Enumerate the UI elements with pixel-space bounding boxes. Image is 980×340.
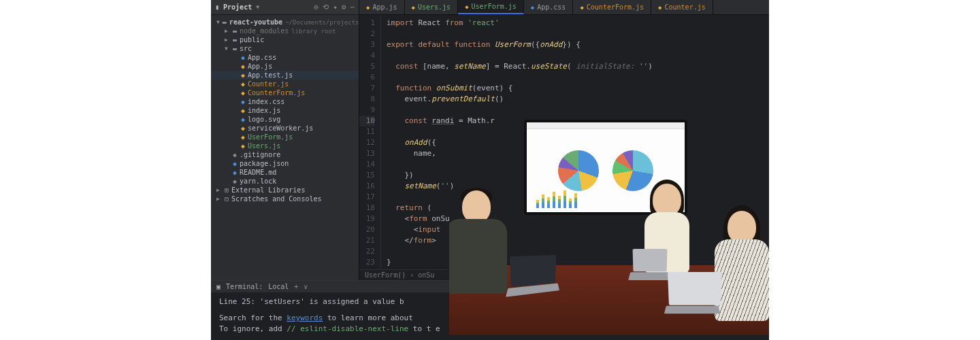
project-sidebar: ▮ Project ▼ ⊖ ⟲ ✦ ⚙ − ▼ ▬ react-youtube … [211, 0, 359, 280]
folder-icon: ▬ [233, 45, 237, 52]
css-icon: ◆ [531, 4, 534, 11]
tree-item-app-css[interactable]: ◆App.css [211, 53, 359, 62]
js-icon: ◆ [241, 63, 245, 70]
js-icon: ◆ [465, 3, 468, 10]
file-label: App.css [248, 54, 276, 61]
arrow-icon: ▶ [216, 187, 222, 193]
terminal-tab[interactable]: Local [268, 283, 289, 290]
tab-counterform-js[interactable]: ◆CounterForm.js [573, 0, 651, 14]
editor-tabs: ◆App.js◆Users.js◆UserForm.js◆App.css◆Cou… [359, 0, 769, 15]
tree-item-package-json[interactable]: ◆package.json [211, 159, 359, 168]
js-icon: ◆ [412, 4, 415, 11]
tab-users-js[interactable]: ◆Users.js [405, 0, 459, 14]
file-label: UserForm.js [248, 133, 293, 141]
star-icon[interactable]: ✦ [333, 3, 338, 12]
js-icon: ◆ [580, 4, 583, 11]
js-icon: ◆ [241, 107, 245, 114]
file-label: public [240, 36, 264, 44]
pie-chart-left [558, 150, 599, 191]
tree-item-external-libraries[interactable]: ▶⊞External Libraries [211, 186, 359, 194]
ide-window: ▮ Project ▼ ⊖ ⟲ ✦ ⚙ − ▼ ▬ react-youtube … [211, 0, 769, 340]
arrow-icon: ▶ [225, 28, 230, 34]
laptop-right [668, 272, 722, 305]
tree-item-index-js[interactable]: ◆index.js [211, 106, 359, 115]
file-label: package.json [240, 160, 289, 167]
file-label: App.js [248, 63, 272, 70]
collapse-icon[interactable]: ⊖ [314, 3, 319, 12]
terminal-title: Terminal: [226, 283, 263, 290]
tree-item-counter-js[interactable]: ◆Counter.js [211, 80, 359, 88]
terminal-icon: ▣ [216, 283, 220, 290]
file-label: index.css [248, 98, 284, 105]
add-tab-icon[interactable]: + [294, 283, 298, 290]
tab-counter-js[interactable]: ◆Counter.js [651, 0, 713, 14]
tree-item-readme-md[interactable]: ◆README.md [211, 168, 359, 177]
project-tree: ▼ ▬ react-youtube ~/Documents/projects/r… [211, 15, 359, 206]
js-icon: ◆ [241, 80, 245, 88]
css-icon: ◆ [241, 54, 245, 61]
folder-icon: ▬ [233, 27, 237, 35]
js-icon: ◆ [241, 124, 245, 132]
tree-item-serviceworker-js[interactable]: ◆serviceWorker.js [211, 124, 359, 133]
grey-icon: ◆ [233, 177, 237, 185]
photo-overlay [449, 116, 769, 340]
js-icon: ◆ [241, 71, 245, 79]
lib-icon: ⊞ [225, 186, 229, 194]
tree-item-src[interactable]: ▼▬src [211, 44, 359, 53]
js-icon: ◆ [241, 89, 245, 97]
minimize-icon[interactable]: − [350, 3, 355, 12]
file-label: Scratches and Consoles [231, 195, 321, 203]
tree-item-node-modules[interactable]: ▶▬node_modules library root [211, 27, 359, 35]
chevron-down-icon: ▼ [216, 19, 220, 25]
tree-item-app-test-js[interactable]: ◆App.test.js [211, 71, 359, 80]
file-icon: ◆ [233, 160, 237, 167]
file-icon: ◆ [233, 169, 237, 176]
scratch-icon: ⊟ [225, 195, 229, 203]
folder-icon: ▬ [223, 18, 227, 26]
tree-item-logo-svg[interactable]: ◆logo.svg [211, 115, 359, 124]
tree-root[interactable]: ▼ ▬ react-youtube ~/Documents/projects/r… [211, 18, 359, 27]
file-label: serviceWorker.js [248, 124, 313, 132]
tree-item-public[interactable]: ▶▬public [211, 35, 359, 44]
laptop-back [633, 249, 668, 271]
tree-item-counterform-js[interactable]: ◆CounterForm.js [211, 88, 359, 97]
tree-item-scratches-and-consoles[interactable]: ▶⊟Scratches and Consoles [211, 194, 359, 203]
tab-app-css[interactable]: ◆App.css [524, 0, 574, 14]
keywords-link[interactable]: keywords [287, 313, 323, 322]
file-label: Counter.js [248, 80, 289, 88]
file-label: index.js [248, 107, 280, 114]
tree-item-yarn-lock[interactable]: ◆yarn.lock [211, 177, 359, 186]
folder-icon: ▬ [233, 36, 237, 44]
dropdown-icon[interactable]: ∨ [304, 283, 308, 290]
tab-app-js[interactable]: ◆App.js [359, 0, 405, 14]
tree-item-users-js[interactable]: ◆Users.js [211, 141, 359, 150]
file-label: README.md [240, 169, 276, 176]
file-icon: ◆ [241, 116, 245, 123]
file-label: External Libraries [231, 186, 305, 194]
arrow-icon: ▶ [216, 196, 222, 202]
project-tool-header[interactable]: ▮ Project ▼ ⊖ ⟲ ✦ ⚙ − [211, 0, 359, 15]
person-left [449, 190, 504, 299]
file-label: node_modules [240, 27, 289, 35]
css-icon: ◆ [241, 98, 245, 105]
tree-item-app-js[interactable]: ◆App.js [211, 62, 359, 71]
file-label: Users.js [248, 142, 280, 150]
tree-item--gitignore[interactable]: ◆.gitignore [211, 150, 359, 159]
person-right [715, 211, 769, 320]
grey-icon: ◆ [233, 151, 237, 158]
js-icon: ◆ [658, 4, 662, 11]
folder-icon: ▮ [215, 3, 219, 11]
tab-userform-js[interactable]: ◆UserForm.js [458, 0, 524, 14]
js-icon: ◆ [241, 142, 245, 150]
tree-item-index-css[interactable]: ◆index.css [211, 97, 359, 106]
tree-item-userform-js[interactable]: ◆UserForm.js [211, 133, 359, 141]
gear-icon[interactable]: ⚙ [342, 3, 346, 12]
file-label: App.test.js [248, 71, 293, 79]
reload-icon[interactable]: ⟲ [323, 3, 329, 12]
line-gutter: 1234567891011121314151617181920212223 [359, 15, 381, 269]
file-label: yarn.lock [240, 177, 276, 185]
arrow-icon: ▶ [225, 37, 230, 43]
js-icon: ◆ [241, 133, 245, 141]
chevron-down-icon[interactable]: ▼ [256, 4, 259, 10]
js-icon: ◆ [366, 4, 370, 11]
